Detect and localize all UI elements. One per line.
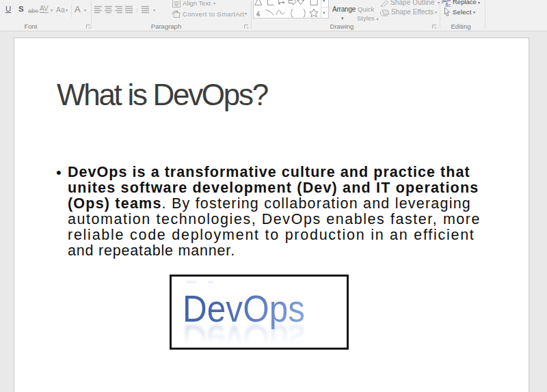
- svg-text:ac: ac: [445, 2, 451, 8]
